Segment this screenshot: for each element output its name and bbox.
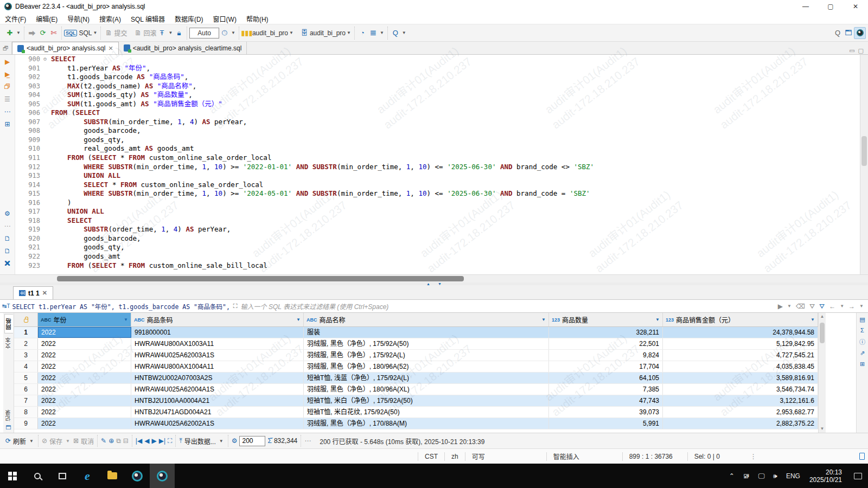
query-log-icon[interactable]: ⊞ [4, 120, 10, 128]
cell[interactable]: 短袖T恤, 米白（净色）, 175/92A(50) [304, 395, 549, 406]
compare-dropdown[interactable]: ▼ [380, 30, 384, 35]
row-number[interactable]: 8 [14, 407, 38, 418]
cell[interactable]: 2022 [38, 327, 131, 338]
row-number[interactable]: 4 [14, 361, 38, 372]
menu-item-3[interactable]: 搜索(A) [94, 13, 126, 24]
cell[interactable]: 2,882,375.22 [663, 418, 818, 429]
code-line[interactable]: 917 UNION ALL [15, 207, 860, 216]
cell[interactable]: HNTBW2U002A07003A2S [131, 373, 304, 383]
row-number[interactable]: 3 [14, 350, 38, 361]
dbeaver-taskbar-icon[interactable] [125, 464, 150, 488]
column-filter-icon[interactable]: ▼ [541, 317, 546, 322]
cell[interactable]: 羽绒服, 黑色（净色）, 180/96A(XL) [304, 384, 549, 395]
lock-icon[interactable]: 🔒︎ [174, 28, 184, 38]
cell[interactable]: 羽绒服, 黑色（净色）, 175/92A(50) [304, 338, 549, 349]
cell[interactable]: 9918000001 [131, 327, 304, 338]
cell[interactable]: HNTBJ2U100AA0004A21 [131, 395, 304, 406]
code-line[interactable]: 912 WHERE SUBSTR(min_order_time, 1, 10) … [15, 163, 860, 172]
editor-horizontal-scrollbar[interactable] [0, 274, 868, 282]
table-row-8[interactable]: 82022HNTBJ2U471AGD004A21短袖T恤, 米白花纹, 175/… [14, 407, 818, 418]
column-filter-icon[interactable]: ▼ [296, 317, 301, 322]
scroll-down-icon[interactable]: ▼ [819, 425, 826, 433]
cell[interactable]: 47,743 [549, 395, 663, 406]
results-vertical-scrollbar[interactable]: ▲ ▼ [818, 313, 826, 433]
code-line[interactable]: 910 real_goods_amt AS goods_amt [15, 144, 860, 153]
cell[interactable]: 9,824 [549, 350, 663, 361]
code-line[interactable]: 916 ) [15, 198, 860, 208]
script-export-icon[interactable]: 🗋 [4, 235, 11, 242]
code-line[interactable]: 909 goods_qty, [15, 136, 860, 145]
row-number[interactable]: 1 [14, 327, 38, 338]
settings-gear-icon[interactable]: ⚙ [4, 210, 10, 217]
code-line[interactable]: 919 SUBSTR(order_time, 1, 4) AS perYear, [15, 225, 860, 234]
cell[interactable]: 2,953,682.77 [663, 407, 818, 418]
search-dropdown[interactable]: ▼ [402, 30, 406, 35]
scrollbar-thumb[interactable] [57, 276, 464, 281]
refresh-icon[interactable]: ⟳ [5, 437, 11, 445]
menu-item-4[interactable]: SQL 编辑器 [126, 13, 170, 24]
column-header-0[interactable]: ABC年份▼ [38, 313, 131, 326]
row-count-icon[interactable]: Σ̌ [267, 437, 271, 445]
start-button[interactable] [0, 464, 25, 488]
cancel-icon[interactable]: ⊠ [73, 437, 79, 445]
cell[interactable]: 2022 [38, 338, 131, 349]
back-dropdown-icon[interactable]: ▼ [840, 304, 844, 309]
scroll-up-icon[interactable]: ▲ [819, 313, 826, 320]
clear-filter-icon[interactable]: ⌫ [796, 303, 805, 310]
language-indicator[interactable]: ENG [782, 472, 804, 480]
new-connection-icon[interactable]: ✚ [4, 28, 15, 38]
code-line[interactable]: 901 t1.perYear AS "年份", [15, 64, 860, 73]
column-filter-icon[interactable]: ▼ [810, 317, 815, 322]
datasource-select[interactable]: audit_bi_pro [252, 29, 288, 37]
cell[interactable]: 2022 [38, 373, 131, 383]
cell[interactable]: 2022 [38, 395, 131, 406]
commit-icon[interactable]: 🗎 [103, 28, 114, 38]
cancel-label[interactable]: 取消 [81, 436, 94, 446]
table-row-4[interactable]: 42022HWRAW4U800AX1004A11羽绒服, 黑色（净色）, 180… [14, 361, 818, 373]
cell[interactable]: HWRAW4U025A62004A1S [131, 384, 304, 395]
cell[interactable]: 羽绒服, 黑色（净色）, 170/88A(M) [304, 418, 549, 429]
editor-vertical-scrollbar[interactable] [860, 55, 868, 274]
table-row-9[interactable]: 92022HWRAW4U025A62002A1S羽绒服, 黑色（净色）, 170… [14, 418, 818, 429]
connect-icon[interactable]: ⮕ [27, 28, 37, 38]
cell[interactable]: 2022 [38, 407, 131, 418]
database-dropdown[interactable]: ▼ [347, 30, 351, 35]
code-line[interactable]: 923 FROM (SELECT * FROM custom_online_sa… [15, 261, 860, 271]
maximize-editor-icon[interactable]: ▢ [858, 47, 864, 54]
filters-icon[interactable]: ⛛ [819, 303, 825, 310]
cell[interactable]: 羽绒服, 黑色（净色）, 180/96A(52) [304, 361, 549, 372]
search-icon[interactable]: Q [390, 28, 401, 38]
code-line[interactable]: 907 SUBSTR(min_order_time, 1, 4) AS perY… [15, 118, 860, 127]
row-number[interactable]: 7 [14, 395, 38, 406]
history-back-icon[interactable]: ← [829, 303, 835, 310]
refresh-dropdown[interactable]: ▼ [29, 439, 34, 444]
cell[interactable]: HWRAW4U025A62003A1S [131, 350, 304, 361]
compare-icon[interactable]: 𝌆 [368, 28, 379, 38]
table-row-5[interactable]: 52022HNTBW2U002A07003A2S短袖T恤, 浅蓝（净色）, 17… [14, 373, 818, 384]
output-icon[interactable]: ⋯ [4, 108, 11, 115]
cell[interactable]: HWRAW4U800AX1004A11 [131, 361, 304, 372]
panel-toggle-icon[interactable]: 🗔 [6, 425, 11, 431]
execute-script-icon[interactable]: ▶̲ [5, 70, 10, 78]
cell[interactable]: HWRAW4U800AX1003A11 [131, 338, 304, 349]
filter-input[interactable]: 输入一个 SQL 表达式来过滤结果 (使用 Ctrl+Space) [241, 301, 774, 311]
grid-view-tab[interactable]: 网格 [4, 314, 13, 333]
filter-expand-icon[interactable]: ⛶ [230, 303, 241, 310]
cell[interactable]: 3,589,816.91 [663, 373, 818, 383]
filter-dropdown-icon[interactable]: ▼ [787, 304, 792, 309]
menu-item-7[interactable]: 帮助(H) [241, 13, 273, 24]
cell[interactable]: 2022 [38, 384, 131, 395]
execute-statement-icon[interactable]: ▶ [5, 58, 10, 66]
fetch-size-input[interactable] [239, 436, 265, 446]
cell[interactable]: 2022 [38, 418, 131, 429]
cell[interactable]: 17,704 [549, 361, 663, 372]
cell[interactable]: 3,546,734.74 [663, 384, 818, 395]
column-filter-icon[interactable]: ▼ [124, 317, 128, 322]
dbeaver-taskbar-icon-active[interactable] [150, 464, 175, 488]
menu-item-1[interactable]: 编辑(E) [31, 13, 62, 24]
code-line[interactable]: 905 SUM(t1.goods_amt) AS "商品销售金额（元）" [15, 100, 860, 109]
code-line[interactable]: 903 MAX(t2.goods_name) AS "商品名称", [15, 82, 860, 91]
status-more-icon[interactable]: ⋯ [301, 437, 314, 445]
cell[interactable]: 短袖T恤, 浅蓝（净色）, 175/92A(L) [304, 373, 549, 383]
references-panel-icon[interactable]: ⇗ [860, 350, 865, 357]
